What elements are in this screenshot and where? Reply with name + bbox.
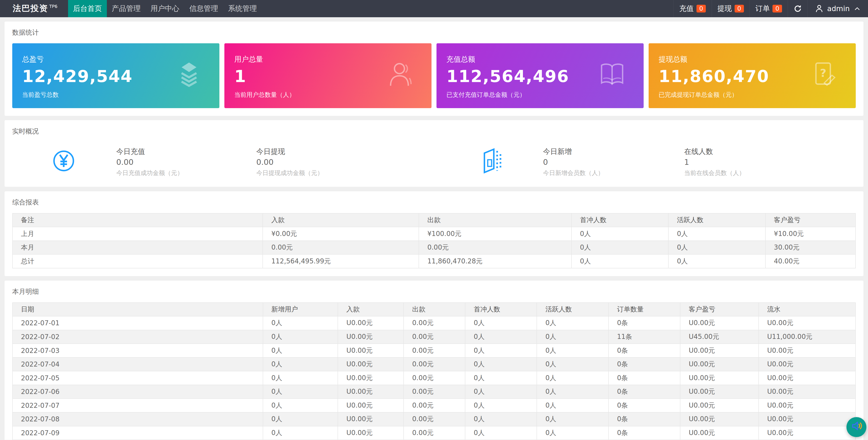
table-cell: 2022-07-08 (12, 412, 263, 426)
table-cell: 0人 (537, 371, 609, 385)
stat-value: 0.00 (256, 158, 482, 167)
column-header: 客户盈亏 (680, 303, 758, 316)
stat-value: 1 (684, 158, 795, 167)
table-cell: 0条 (609, 412, 680, 426)
table-cell: 0条 (609, 399, 680, 412)
table-cell: 0人 (465, 344, 537, 358)
table-cell: U0.00元 (680, 371, 758, 385)
table-cell: 0人 (537, 316, 609, 330)
withdraw-label: 提现 (717, 4, 732, 13)
today-new-members-stat: 今日新增 0 今日新增会员数（人） (543, 147, 684, 177)
table-cell: U0.00元 (758, 344, 856, 358)
card-sublabel: 已支付充值订单总金额（元） (446, 91, 644, 99)
brand-version: TP6 (49, 4, 57, 9)
table-row: 2022-07-020人U0.00元0.00元0人0人11条U45.00元U11… (12, 330, 856, 344)
menu-item-label: 用户中心 (151, 4, 180, 13)
withdraw-notice[interactable]: 提现 0 (711, 0, 750, 17)
table-cell: 0.00元 (404, 371, 465, 385)
column-header: 新增用户 (263, 303, 338, 316)
menu-item-info[interactable]: 信息管理 (184, 0, 223, 17)
menu-item-label: 系统管理 (228, 4, 257, 13)
brand-logo[interactable]: 法巴投资 TP6 (0, 0, 68, 17)
chevron-up-icon (854, 6, 860, 11)
stat-sublabel: 今日提现成功金额（元） (256, 169, 482, 177)
table-cell: 11条 (609, 330, 680, 344)
table-cell: 0人 (537, 358, 609, 371)
today-withdraw-stat: 今日提现 0.00 今日提现成功金额（元） (256, 147, 482, 177)
stat-sublabel: 今日充值成功金额（元） (116, 169, 256, 177)
order-count-badge: 0 (773, 5, 782, 12)
navbar-right: 充值 0 提现 0 订单 0 admin (673, 0, 868, 17)
layers-icon (176, 61, 202, 91)
yen-circle-icon (53, 150, 75, 174)
table-cell: 0人 (263, 371, 338, 385)
building-icon (482, 147, 502, 176)
table-cell: 0.00元 (404, 358, 465, 371)
table-row: 2022-07-030人U0.00元0.00元0人0人0条U0.00元U0.00… (12, 344, 856, 358)
table-header-row: 日期新增用户入款出款首冲人数活跃人数订单数量客户盈亏流水 (12, 303, 856, 316)
table-cell: U0.00元 (758, 316, 856, 330)
refresh-button[interactable] (787, 0, 807, 17)
menu-item-system[interactable]: 系统管理 (223, 0, 262, 17)
stat-value: 0.00 (116, 158, 256, 167)
table-cell: 0.00元 (404, 344, 465, 358)
card-sublabel: 当前盈亏总数 (22, 91, 219, 99)
sound-toggle-button[interactable] (846, 417, 866, 437)
table-cell: 0人 (465, 371, 537, 385)
stats-panel-title: 数据统计 (12, 28, 856, 37)
table-cell: 0人 (465, 358, 537, 371)
speaker-icon (850, 420, 863, 434)
table-cell: 0人 (465, 316, 537, 330)
table-cell: 0人 (537, 412, 609, 426)
comprehensive-report-title: 综合报表 (12, 198, 856, 207)
comprehensive-report-panel: 综合报表 备注入款出款首冲人数活跃人数客户盈亏上月¥0.00元¥100.00元0… (4, 191, 864, 276)
menu-item-users[interactable]: 用户中心 (146, 0, 184, 17)
table-cell: U0.00元 (338, 316, 404, 330)
table-cell: 2022-07-01 (12, 316, 263, 330)
column-header: 订单数量 (609, 303, 680, 316)
realtime-row: 今日充值 0.00 今日充值成功金额（元） 今日提现 0.00 今日提现成功金额… (12, 145, 856, 179)
table-row: 2022-07-050人U0.00元0.00元0人0人0条U0.00元U0.00… (12, 371, 856, 385)
table-cell: U45.00元 (680, 330, 758, 344)
table-cell: U0.00元 (338, 399, 404, 412)
column-header: 出款 (404, 303, 465, 316)
table-cell: U0.00元 (680, 412, 758, 426)
table-cell: 0条 (609, 316, 680, 330)
table-cell: ¥0.00元 (263, 227, 419, 241)
brand-name: 法巴投资 (13, 3, 48, 14)
table-cell: 112,564,495.99元 (263, 255, 419, 268)
column-header: 首冲人数 (571, 213, 669, 227)
table-cell: 0人 (465, 412, 537, 426)
table-cell: 0人 (571, 227, 669, 241)
total-users-card: 用户总量 1 当前用户总数量（人） (224, 43, 432, 108)
table-cell: U0.00元 (680, 399, 758, 412)
table-cell: 0人 (571, 241, 669, 255)
table-cell: 0人 (669, 255, 765, 268)
column-header: 流水 (758, 303, 856, 316)
table-cell: 40.00元 (766, 255, 856, 268)
withdraw-count-badge: 0 (735, 5, 744, 12)
stat-label: 今日新增 (543, 147, 684, 157)
menu-item-products[interactable]: 产品管理 (107, 0, 146, 17)
user-menu[interactable]: admin (807, 0, 868, 17)
table-cell: 0人 (263, 330, 338, 344)
recharge-notice[interactable]: 充值 0 (673, 0, 711, 17)
column-header: 出款 (419, 213, 571, 227)
column-header: 客户盈亏 (766, 213, 856, 227)
order-notice[interactable]: 订单 0 (749, 0, 787, 17)
table-cell: 0人 (537, 399, 609, 412)
total-recharge-card: 充值总额 112,564,496 已支付充值订单总金额（元） (436, 43, 644, 108)
table-row: 2022-07-070人U0.00元0.00元0人0人0条U0.00元U0.00… (12, 399, 856, 412)
menu-item-home[interactable]: 后台首页 (68, 0, 107, 17)
table-cell: U0.00元 (758, 426, 856, 440)
recharge-label: 充值 (679, 4, 693, 13)
table-cell: U0.00元 (338, 426, 404, 440)
table-cell: 0人 (537, 330, 609, 344)
table-cell: 0.00元 (404, 426, 465, 440)
table-cell: 0人 (537, 426, 609, 440)
table-cell: 0人 (465, 330, 537, 344)
table-cell: 0人 (537, 344, 609, 358)
memo-question-icon: ? (811, 61, 838, 91)
table-cell: 总计 (12, 255, 263, 268)
table-cell: 0人 (263, 344, 338, 358)
